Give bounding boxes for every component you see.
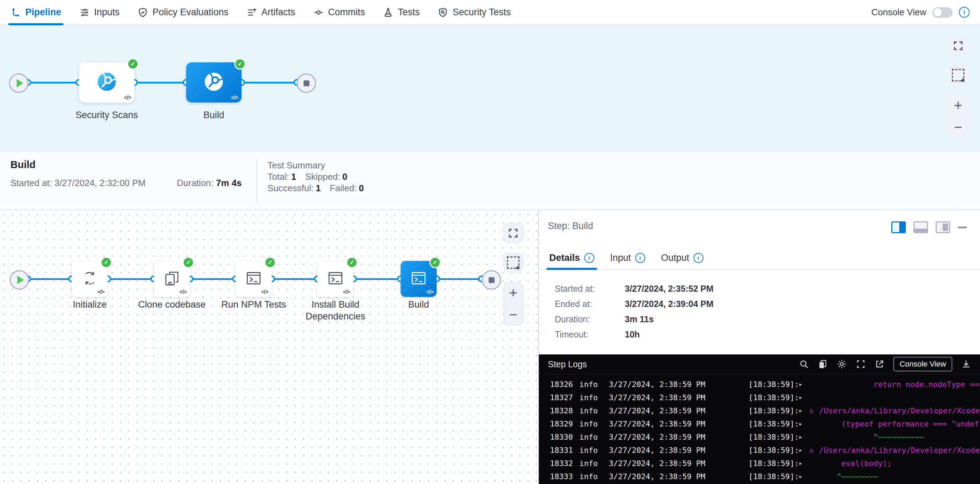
tab-tests[interactable]: Tests (383, 0, 420, 25)
step-node-clone-codebase[interactable]: ✓ </> (154, 261, 190, 297)
code-template-icon: </> (261, 289, 268, 295)
code-template-icon: </> (231, 95, 238, 101)
step-label[interactable]: Run NPM Tests (221, 298, 286, 310)
stage-title: Build (10, 159, 36, 170)
pipeline-end-node[interactable] (297, 73, 316, 93)
pipeline-icon (10, 7, 21, 17)
layout-right-panel-button[interactable] (891, 221, 906, 233)
zoom-out-button[interactable]: − (948, 116, 968, 138)
fullscreen-button[interactable] (948, 36, 968, 56)
stage-label[interactable]: Security Scans (76, 109, 138, 121)
step-label[interactable]: Install Build Dependencies (292, 298, 379, 322)
stage-pipeline-canvas[interactable]: ✓ </> Security Scans ✓ </> Build (0, 25, 980, 152)
tab-commits[interactable]: Commits (313, 0, 365, 25)
step-node-run-npm-tests[interactable]: ✓ </> (235, 261, 272, 297)
pipeline-start-node[interactable] (9, 73, 29, 93)
info-icon[interactable]: i (694, 253, 703, 263)
log-line[interactable]: 18329 info 3/27/2024, 2:38:59 PM [18:38:… (539, 417, 980, 430)
expand-row-icon[interactable]: ▸ (799, 433, 806, 440)
expand-logs-icon[interactable] (856, 359, 865, 369)
log-line[interactable]: 18326 info 3/27/2024, 2:38:59 PM [18:38:… (539, 378, 980, 391)
log-line[interactable]: 18331 info 3/27/2024, 2:38:59 PM [18:38:… (539, 443, 980, 457)
log-time: [18:38:59]: (749, 459, 799, 468)
log-line[interactable]: 18333 info 3/27/2024, 2:38:59 PM [18:38:… (539, 470, 980, 483)
zoom-in-button[interactable]: + (948, 95, 968, 116)
log-time: [18:38:59]: (749, 380, 799, 389)
fullscreen-button[interactable] (503, 223, 523, 243)
console-view-toggle[interactable] (932, 7, 953, 17)
step-node-install-build-dependencies[interactable]: ✓ </> (317, 261, 353, 297)
layout-floating-panel-button[interactable] (935, 221, 950, 233)
log-line[interactable]: 18328 info 3/27/2024, 2:38:59 PM [18:38:… (539, 404, 980, 417)
log-settings-gear-icon[interactable] (837, 359, 847, 369)
minimize-panel-button[interactable] (958, 227, 967, 229)
log-level: info (579, 406, 609, 415)
tab-pipeline[interactable]: Pipeline (10, 0, 61, 25)
download-logs-icon[interactable] (961, 359, 971, 369)
stage-label[interactable]: Build (204, 109, 224, 121)
tab-inputs[interactable]: Inputs (80, 0, 120, 25)
step-label[interactable]: Build (408, 298, 429, 310)
tab-artifacts[interactable]: Artifacts (247, 0, 295, 25)
steps-start-node[interactable] (10, 270, 29, 290)
open-in-new-icon[interactable] (875, 359, 885, 369)
success-badge: ✓ (100, 257, 112, 268)
expand-row-icon[interactable]: ▸ (799, 381, 806, 388)
total-value: 1 (291, 171, 296, 182)
zoom-controls: + − (948, 95, 968, 138)
total-label: Total: (267, 171, 289, 182)
selection-mode-button[interactable] (503, 252, 523, 273)
connector-line (353, 278, 401, 280)
expand-row-icon[interactable]: ▸ (799, 473, 806, 480)
skipped-value: 0 (342, 171, 347, 182)
step-pipeline-canvas[interactable]: ✓ </> Initialize ✓ </> Clone codebase (0, 210, 538, 484)
duration-value: 7m 4s (216, 178, 242, 188)
step-node-initialize[interactable]: ✓ </> (72, 261, 108, 297)
stage-node-build[interactable]: ✓ </> (186, 62, 242, 103)
log-line[interactable]: 18330 info 3/27/2024, 2:38:59 PM [18:38:… (539, 430, 980, 443)
tab-details[interactable]: Details i (549, 246, 594, 269)
step-logs-console: Step Logs (539, 354, 980, 484)
flask-icon (383, 7, 393, 17)
check-icon: ✓ (267, 259, 272, 266)
duration-label: Duration: (177, 178, 213, 188)
code-template-icon: </> (343, 289, 350, 295)
copy-logs-icon[interactable] (818, 359, 827, 369)
tab-security-tests[interactable]: Security Tests (438, 0, 511, 25)
log-line[interactable]: 18332 info 3/27/2024, 2:38:59 PM [18:38:… (539, 457, 980, 470)
stage-node-security-scans[interactable]: ✓ </> (79, 62, 134, 103)
log-line-number: 18333 (550, 472, 579, 481)
console-view-button[interactable]: Console View (893, 357, 952, 371)
steps-end-node[interactable] (482, 270, 501, 290)
tab-input[interactable]: Input i (610, 246, 645, 269)
expand-row-icon[interactable]: ▸ (799, 394, 806, 401)
expand-row-icon[interactable]: ▸ (799, 447, 806, 454)
search-logs-icon[interactable] (799, 359, 809, 369)
expand-row-icon[interactable]: ▸ (799, 460, 806, 467)
selection-mode-button[interactable] (948, 65, 968, 85)
expand-row-icon[interactable]: ▸ (799, 420, 806, 427)
tab-input-label: Input (610, 252, 631, 263)
info-icon[interactable]: i (584, 253, 594, 263)
expand-row-icon[interactable]: ▸ (799, 407, 806, 414)
zoom-in-button[interactable]: + (503, 282, 523, 304)
lower-split: ✓ </> Initialize ✓ </> Clone codebase (0, 210, 980, 484)
step-label[interactable]: Clone codebase (138, 298, 205, 310)
info-icon[interactable]: i (635, 253, 645, 263)
tab-policy-evaluations[interactable]: Policy Evaluations (138, 0, 228, 25)
zoom-out-button[interactable]: − (503, 304, 523, 326)
step-node-build[interactable]: ✓ </> (401, 261, 437, 297)
tab-output[interactable]: Output i (661, 246, 703, 269)
log-level: info (579, 433, 609, 441)
log-message: eval(body); (809, 459, 980, 468)
step-details-panel: Step: Build Details i Input i Output (539, 210, 980, 484)
test-summary-row-1: Total:1Skipped:0 (267, 171, 373, 182)
connector-line (28, 82, 79, 84)
info-icon[interactable]: i (959, 7, 970, 17)
step-label[interactable]: Initialize (73, 298, 107, 310)
layout-bottom-panel-button[interactable] (913, 221, 928, 233)
started-at-text: Started at: 3/27/2024, 2:32:00 PM (10, 178, 146, 189)
step-panel-tabs: Details i Input i Output i (539, 246, 980, 270)
play-icon (18, 276, 24, 284)
log-line[interactable]: 18327 info 3/27/2024, 2:38:59 PM [18:38:… (539, 391, 980, 404)
